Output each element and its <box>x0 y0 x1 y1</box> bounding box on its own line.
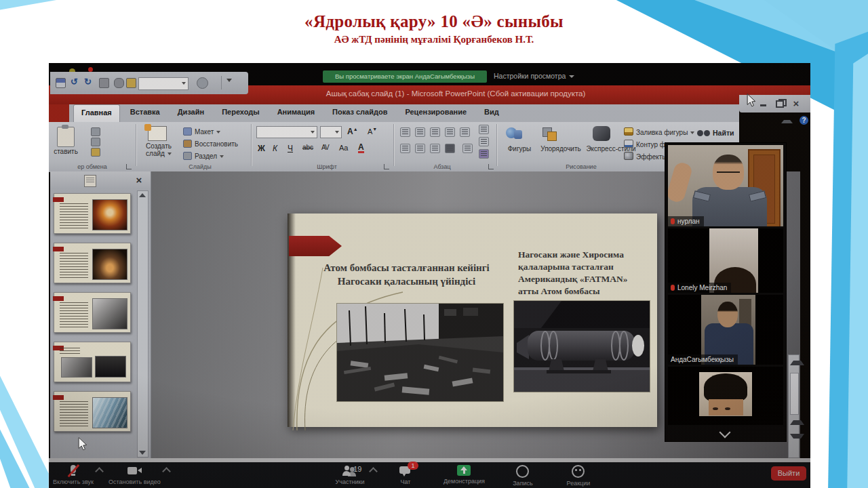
ribbon-tab-Дизайн[interactable]: Дизайн <box>170 104 212 122</box>
next-slide-icon[interactable] <box>790 434 804 439</box>
collapse-gallery-button[interactable] <box>719 427 731 439</box>
previous-slide-icon[interactable] <box>790 420 804 425</box>
toolbar-share-button[interactable]: Демонстрация <box>443 465 485 487</box>
underline-button[interactable]: Ч <box>288 144 293 153</box>
participant-tile-1[interactable]: нурлан <box>668 145 783 226</box>
ribbon-tab-Главная[interactable]: Главная <box>73 104 120 122</box>
increase-indent-icon[interactable] <box>445 127 455 137</box>
decrease-indent-icon[interactable] <box>430 127 440 137</box>
scroll-down-icon[interactable] <box>139 451 146 455</box>
justify-icon[interactable] <box>445 144 455 153</box>
strikethrough-button[interactable]: abc <box>302 144 313 151</box>
qat-tool-icon[interactable] <box>197 77 208 89</box>
current-slide-canvas[interactable]: Атом бомбасы тасталғаннан кейінгі Нагоса… <box>288 214 657 427</box>
shape-fill-label: Заливка фигуры <box>636 129 688 136</box>
ribbon-tab-Вид[interactable]: Вид <box>477 104 507 122</box>
grow-font-button[interactable]: A▲ <box>347 127 358 136</box>
ribbon-tab-Рецензирование[interactable]: Рецензирование <box>397 104 474 122</box>
restore-button[interactable] <box>775 100 785 108</box>
unmute-icon <box>65 465 81 476</box>
participant-tile-4[interactable] <box>668 367 783 425</box>
line-spacing-icon[interactable] <box>460 127 470 137</box>
text-direction-icon[interactable] <box>479 125 489 134</box>
bold-button[interactable]: Ж <box>258 144 265 153</box>
leave-meeting-button[interactable]: Выйти <box>771 466 806 481</box>
editor-scrollbar[interactable] <box>788 354 800 458</box>
slide-thumbnail-4[interactable] <box>54 342 131 382</box>
font-name-combobox[interactable] <box>256 126 317 138</box>
help-icon[interactable]: ? <box>800 116 808 125</box>
file-tab[interactable] <box>49 104 69 122</box>
participant-name: Lonely Meirzhan <box>677 284 727 291</box>
toolbar-reactions-button[interactable]: Реакции <box>561 465 596 487</box>
align-center-icon[interactable] <box>415 144 425 153</box>
font-size-combobox[interactable] <box>320 126 342 138</box>
print-preview-icon[interactable] <box>99 78 109 88</box>
slides-tab-icon[interactable] <box>84 175 96 187</box>
thumb-image-2 <box>95 356 126 378</box>
arrange-button[interactable]: Упорядочить <box>538 126 583 164</box>
toolbar-record-button[interactable]: Запись <box>505 465 540 487</box>
ribbon-tab-Анимация[interactable]: Анимация <box>270 104 322 122</box>
align-text-icon[interactable] <box>479 137 489 146</box>
character-spacing-button[interactable]: AV <box>321 144 329 151</box>
redo-icon[interactable]: ↻ <box>84 77 92 87</box>
thumb-text-lines <box>60 401 88 427</box>
new-slide-button[interactable]: Создать слайд <box>140 122 180 165</box>
participant-tile-2[interactable]: Lonely Meirzhan <box>668 228 783 293</box>
bullets-icon[interactable] <box>400 127 410 137</box>
thumbnails-scrollbar[interactable] <box>137 190 149 458</box>
toolbar-unmute-button[interactable]: Включить звук <box>53 465 94 485</box>
qat-more-icon[interactable] <box>226 79 232 82</box>
slideshow-icon[interactable] <box>114 78 124 88</box>
paste-button-icon[interactable] <box>57 127 75 147</box>
section-label: Раздел <box>195 152 217 160</box>
shrink-font-button[interactable]: A▼ <box>368 127 377 136</box>
slide-thumbnail-5[interactable] <box>54 391 131 432</box>
panel-close-icon[interactable]: × <box>133 174 145 186</box>
close-button[interactable]: × <box>791 100 801 108</box>
scrollbar-thumb[interactable] <box>790 373 799 415</box>
format-painter-icon[interactable] <box>91 148 100 157</box>
toolbar-participants-button[interactable]: 19Участники <box>332 465 368 487</box>
scroll-up-icon[interactable] <box>139 193 146 197</box>
scroll-up-icon[interactable] <box>790 361 804 365</box>
slide-thumbnail-2[interactable] <box>54 243 131 283</box>
ribbon-tab-Вставка[interactable]: Вставка <box>123 104 167 122</box>
ribbon-tab-Показ слайдов[interactable]: Показ слайдов <box>325 104 395 122</box>
align-right-icon[interactable] <box>430 144 440 153</box>
slide-thumbnail-3[interactable] <box>54 292 131 333</box>
toolbar-chat-button[interactable]: 1Чат <box>388 465 423 487</box>
copy-icon[interactable] <box>91 138 100 146</box>
font-color-button[interactable]: А <box>358 144 364 153</box>
cut-icon[interactable] <box>91 127 100 136</box>
paragraph-dialog-launcher[interactable] <box>488 164 494 169</box>
screen-photo: Вы просматриваете экран АндаСағымбекқызы… <box>49 63 810 488</box>
shapes-button[interactable]: Фигуры <box>505 126 534 164</box>
open-folder-icon[interactable] <box>126 78 136 88</box>
section-button[interactable]: Раздел <box>183 152 224 160</box>
paste-button-label[interactable]: ставить <box>49 148 83 155</box>
convert-smartart-icon[interactable] <box>479 149 489 159</box>
font-dialog-launcher[interactable] <box>384 164 389 169</box>
minimize-button[interactable] <box>759 100 768 108</box>
participant-tile-3[interactable]: АндаСағымбекқызы <box>668 295 783 365</box>
toolbar-stop_video-button[interactable]: Остановить видео <box>108 465 161 485</box>
collapse-ribbon-icon[interactable] <box>781 117 793 123</box>
slide-thumbnail-1[interactable] <box>54 193 131 234</box>
numbering-icon[interactable] <box>415 127 425 137</box>
italic-button[interactable]: К <box>273 144 277 153</box>
qat-dropdown[interactable] <box>138 77 189 90</box>
change-case-button[interactable]: Aa <box>339 144 348 152</box>
shape-fill-button[interactable]: Заливка фигуры <box>624 127 694 136</box>
columns-icon[interactable] <box>462 144 473 153</box>
layout-button[interactable]: Макет <box>183 127 220 136</box>
view-settings-menu[interactable]: Настройки просмотра <box>494 72 574 80</box>
align-left-icon[interactable] <box>400 144 410 153</box>
find-button[interactable]: Найти <box>697 129 734 137</box>
reset-button[interactable]: Восстановить <box>183 140 238 148</box>
clipboard-dialog-launcher[interactable] <box>126 164 132 169</box>
ribbon-tab-Переходы[interactable]: Переходы <box>214 104 267 122</box>
undo-icon[interactable]: ↺ <box>71 77 78 87</box>
save-icon[interactable] <box>56 78 66 88</box>
